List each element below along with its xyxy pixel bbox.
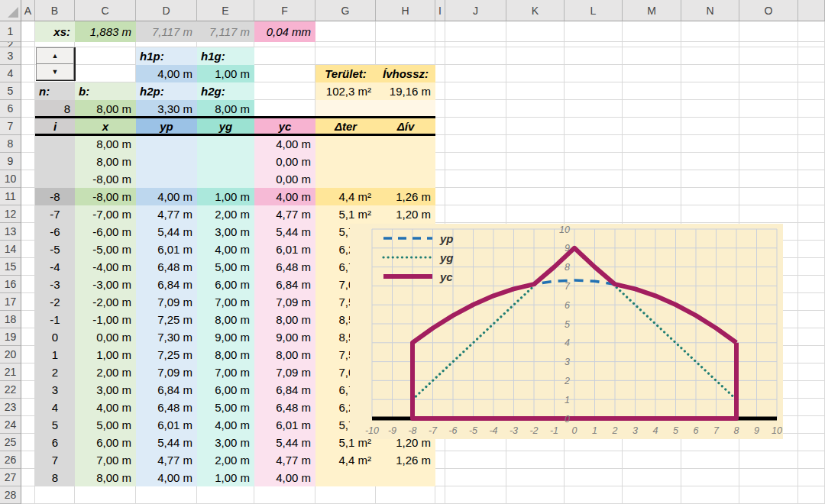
h1p-label[interactable]: h1p:	[136, 47, 197, 65]
table-row[interactable]	[376, 469, 435, 486]
table-header-Δív[interactable]: Δív	[376, 118, 435, 135]
row-header-28[interactable]: 28	[0, 486, 21, 504]
table-row[interactable]	[136, 153, 197, 170]
table-row[interactable]: 4,4 m²	[315, 188, 376, 205]
table-row[interactable]: 6,01 m	[254, 416, 315, 434]
table-row[interactable]: 6,84 m	[136, 381, 197, 399]
table-row[interactable]: -4,00 m	[75, 258, 136, 276]
table-row[interactable]: 4,00 m	[136, 188, 197, 205]
row-header-19[interactable]: 19	[0, 328, 21, 346]
table-row[interactable]: 6,48 m	[254, 258, 315, 276]
table-row[interactable]: 4,00 m	[197, 416, 254, 434]
table-row[interactable]: 7,09 m	[136, 363, 197, 381]
table-row[interactable]: 7,09 m	[254, 363, 315, 381]
table-row[interactable]: -1	[35, 311, 75, 328]
column-header-I[interactable]: I	[435, 0, 445, 21]
table-row[interactable]: 2	[35, 363, 75, 381]
table-row[interactable]: -2,00 m	[75, 293, 136, 311]
select-all-corner[interactable]	[0, 0, 21, 21]
table-row[interactable]: -2	[35, 293, 75, 311]
table-row[interactable]: 3,00 m	[197, 434, 254, 451]
row-header-7[interactable]: 7	[0, 118, 21, 135]
table-header-i[interactable]: i	[35, 118, 75, 135]
row-header-24[interactable]: 24	[0, 416, 21, 434]
table-row[interactable]: 1,00 m	[197, 188, 254, 205]
table-row[interactable]: -6	[35, 223, 75, 241]
table-row[interactable]	[315, 135, 376, 153]
table-row[interactable]: 0,00 m	[75, 328, 136, 346]
row-header-2[interactable]: 2	[0, 42, 21, 47]
row-header-27[interactable]: 27	[0, 469, 21, 486]
column-header-F[interactable]: F	[254, 0, 315, 21]
column-header-N[interactable]: N	[681, 0, 739, 21]
table-row[interactable]: 3	[35, 381, 75, 399]
table-row[interactable]: 7,25 m	[136, 346, 197, 363]
table-row[interactable]: 4,00 m	[136, 469, 197, 486]
column-header-J[interactable]: J	[445, 0, 506, 21]
table-row[interactable]: -7,00 m	[75, 205, 136, 223]
table-row[interactable]: 6,84 m	[254, 381, 315, 399]
table-header-yc[interactable]: yc	[254, 118, 315, 135]
table-row[interactable]	[315, 170, 376, 188]
table-row[interactable]	[197, 170, 254, 188]
table-row[interactable]	[35, 170, 75, 188]
row-header-8[interactable]: 8	[0, 135, 21, 153]
table-row[interactable]: -5,00 m	[75, 241, 136, 258]
table-row[interactable]: 5,00 m	[197, 399, 254, 416]
table-row[interactable]: -8,00 m	[75, 188, 136, 205]
row-header-16[interactable]: 16	[0, 276, 21, 293]
table-row[interactable]: 5,44 m	[254, 434, 315, 451]
column-header-E[interactable]: E	[197, 0, 254, 21]
b-value[interactable]: 8,00 m	[75, 100, 136, 118]
table-row[interactable]: 2,00 m	[75, 363, 136, 381]
table-row[interactable]: 4,00 m	[254, 469, 315, 486]
table-row[interactable]: 6,00 m	[197, 381, 254, 399]
row-header-18[interactable]: 18	[0, 311, 21, 328]
table-row[interactable]: 4,00 m	[254, 188, 315, 205]
table-row[interactable]: -1,00 m	[75, 311, 136, 328]
column-header-partial[interactable]	[798, 0, 825, 21]
table-row[interactable]: 1,00 m	[197, 469, 254, 486]
table-row[interactable]	[376, 170, 435, 188]
table-row[interactable]: 0,00 m	[254, 170, 315, 188]
row-header-12[interactable]: 12	[0, 205, 21, 223]
table-row[interactable]: 4,77 m	[136, 451, 197, 469]
table-row[interactable]: 0,00 m	[254, 153, 315, 170]
table-row[interactable]: 4,77 m	[254, 451, 315, 469]
table-row[interactable]: 8,00 m	[197, 346, 254, 363]
table-header-Δter[interactable]: Δter	[315, 118, 376, 135]
row-header-22[interactable]: 22	[0, 381, 21, 399]
row-header-3[interactable]: 3	[0, 47, 21, 65]
table-row[interactable]: 1,26 m	[376, 451, 435, 469]
table-row[interactable]: 0	[35, 328, 75, 346]
table-row[interactable]	[376, 153, 435, 170]
d1-value[interactable]: 7,117 m	[136, 21, 197, 42]
table-row[interactable]: -4	[35, 258, 75, 276]
column-header-K[interactable]: K	[506, 0, 565, 21]
table-row[interactable]: 6,00 m	[75, 434, 136, 451]
table-row[interactable]: 6,84 m	[254, 276, 315, 293]
table-row[interactable]: 1,00 m	[75, 346, 136, 363]
row-header-5[interactable]: 5	[0, 82, 21, 100]
table-row[interactable]: 8,00 m	[197, 311, 254, 328]
table-row[interactable]: 8	[35, 469, 75, 486]
n-value[interactable]: 8	[35, 100, 75, 118]
table-row[interactable]: 6,01 m	[136, 416, 197, 434]
table-row[interactable]: 5,44 m	[254, 223, 315, 241]
table-row[interactable]: 8,00 m	[254, 311, 315, 328]
column-header-L[interactable]: L	[565, 0, 623, 21]
spinner-up-button[interactable]: ▲	[36, 47, 74, 64]
table-row[interactable]: 6,48 m	[254, 399, 315, 416]
h2p-label[interactable]: h2p:	[136, 82, 197, 100]
embedded-chart[interactable]: -10-9-8-7-6-5-4-3-2-10123456789100123456…	[350, 224, 783, 439]
table-row[interactable]: 7,09 m	[254, 293, 315, 311]
row-header-9[interactable]: 9	[0, 153, 21, 170]
table-row[interactable]: 3,00 m	[75, 381, 136, 399]
table-row[interactable]	[376, 135, 435, 153]
table-row[interactable]: 8,00 m	[75, 469, 136, 486]
terulet-value[interactable]: 102,3 m²	[315, 82, 376, 100]
row-count-spinner[interactable]: ▲ ▼	[36, 47, 76, 81]
row-header-21[interactable]: 21	[0, 363, 21, 381]
table-row[interactable]: 4,77 m	[254, 205, 315, 223]
row-header-20[interactable]: 20	[0, 346, 21, 363]
